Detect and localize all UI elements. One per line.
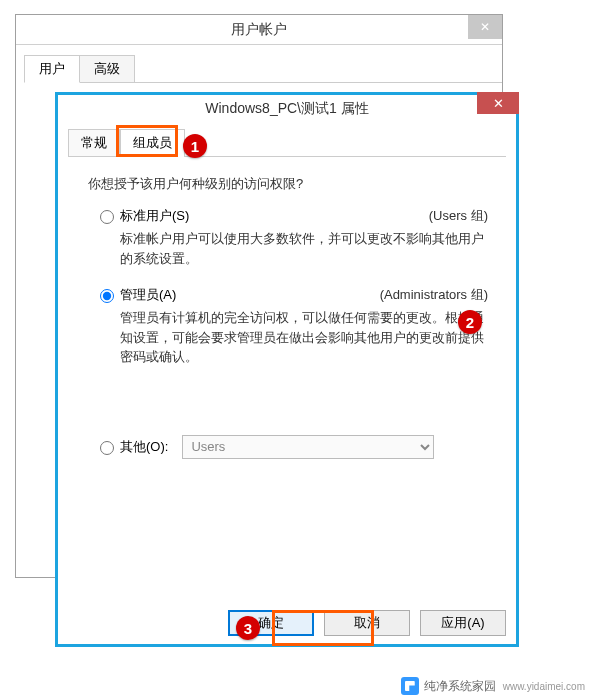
back-tabs: 用户 高级 — [24, 55, 502, 83]
front-window-title: Windows8_PC\测试1 属性 — [58, 100, 516, 118]
front-tabs: 常规 组成员 — [68, 129, 506, 157]
annotation-badge-2: 2 — [458, 310, 482, 334]
admin-description: 管理员有计算机的完全访问权，可以做任何需要的更改。根据通知设置，可能会要求管理员… — [120, 308, 488, 367]
radio-row-admin: 管理员(A) (Administrators 组) — [100, 286, 506, 304]
back-window-title: 用户帐户 — [16, 21, 502, 39]
standard-description: 标准帐户用户可以使用大多数软件，并可以更改不影响其他用户的系统设置。 — [120, 229, 488, 268]
radio-row-other: 其他(O): Users — [100, 435, 506, 459]
tab-users[interactable]: 用户 — [24, 55, 80, 83]
user-properties-window: Windows8_PC\测试1 属性 ✕ 常规 组成员 你想授予该用户何种级别的… — [55, 92, 519, 647]
radio-standard-user[interactable] — [100, 210, 114, 224]
watermark-name: 纯净系统家园 — [424, 678, 496, 695]
radio-admin-label: 管理员(A) — [120, 286, 176, 304]
radio-standard-label: 标准用户(S) — [120, 207, 189, 225]
tab-group-members[interactable]: 组成员 — [120, 129, 185, 157]
close-icon[interactable]: ✕ — [477, 92, 519, 114]
watermark-url: www.yidaimei.com — [503, 681, 585, 692]
front-titlebar: Windows8_PC\测试1 属性 ✕ — [58, 95, 516, 123]
watermark-logo-icon — [401, 677, 419, 695]
tab-advanced[interactable]: 高级 — [79, 55, 135, 82]
radio-other-label: 其他(O): — [120, 438, 168, 456]
annotation-badge-3: 3 — [236, 616, 260, 640]
front-content: 常规 组成员 你想授予该用户何种级别的访问权限? 标准用户(S) (Users … — [58, 123, 516, 598]
standard-group-label: (Users 组) — [429, 207, 488, 225]
access-level-prompt: 你想授予该用户何种级别的访问权限? — [88, 175, 506, 193]
admin-group-label: (Administrators 组) — [380, 286, 488, 304]
radio-other[interactable] — [100, 441, 114, 455]
tab-general[interactable]: 常规 — [68, 129, 120, 156]
other-group-select[interactable]: Users — [182, 435, 434, 459]
apply-button[interactable]: 应用(A) — [420, 610, 506, 636]
radio-administrator[interactable] — [100, 289, 114, 303]
back-titlebar: 用户帐户 ✕ — [16, 15, 502, 45]
dialog-button-bar: 确定 取消 应用(A) — [228, 610, 506, 636]
cancel-button[interactable]: 取消 — [324, 610, 410, 636]
radio-row-standard: 标准用户(S) (Users 组) — [100, 207, 506, 225]
watermark: 纯净系统家园 www.yidaimei.com — [401, 677, 585, 695]
close-icon[interactable]: ✕ — [468, 15, 502, 39]
annotation-badge-1: 1 — [183, 134, 207, 158]
